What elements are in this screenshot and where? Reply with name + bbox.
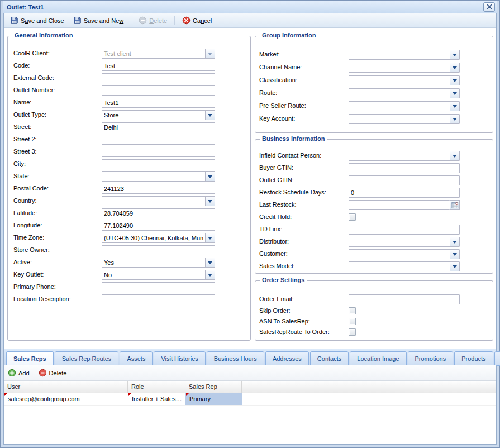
chevron-down-icon[interactable]: [450, 250, 459, 259]
field-row-postal-code: Postal Code:: [13, 184, 245, 194]
save-and-close-button[interactable]: Save and Close: [6, 15, 68, 26]
country-combo[interactable]: [102, 196, 215, 206]
form-area: General Information CoolR Client:Test cl…: [4, 28, 496, 349]
market-combo[interactable]: [349, 50, 460, 60]
skip-order-checkbox[interactable]: [349, 307, 356, 314]
street-input[interactable]: [102, 122, 215, 132]
code-input[interactable]: [102, 61, 215, 71]
column-header-sales-rep[interactable]: Sales Rep: [185, 381, 242, 393]
delete-button[interactable]: Delete: [135, 15, 171, 26]
asn-to-salesrep-checkbox[interactable]: [349, 318, 356, 325]
credit-hold-checkbox[interactable]: [349, 213, 356, 221]
tab-visit-histories[interactable]: Visit Histories: [154, 351, 205, 366]
grid-cell-role[interactable]: Installer + Sales…: [128, 393, 185, 405]
chevron-down-icon[interactable]: [450, 50, 459, 59]
label-part: dd: [22, 370, 29, 376]
chevron-down-icon[interactable]: [205, 49, 215, 58]
latitude-input[interactable]: [102, 208, 215, 218]
column-header-user[interactable]: User: [4, 381, 128, 393]
buyer-gtin-input[interactable]: [349, 163, 460, 173]
label-part: D: [49, 370, 54, 376]
outlet-gtin-input[interactable]: [349, 175, 460, 185]
outlet-type-combo[interactable]: Store: [102, 110, 215, 120]
pre-seller-route-combo[interactable]: [349, 101, 460, 111]
street-3-input[interactable]: [102, 147, 215, 157]
street-2-input[interactable]: [102, 135, 215, 145]
chevron-down-icon[interactable]: [450, 262, 459, 271]
time-zone-combo-value: (UTC+05:30) Chennai, Kolkata, Mun: [102, 233, 205, 242]
chevron-down-icon[interactable]: [205, 172, 215, 181]
restock-schedule-days-input[interactable]: [349, 188, 460, 198]
order-email-input[interactable]: [349, 294, 460, 304]
active-combo[interactable]: Yes: [102, 258, 215, 268]
chevron-down-icon[interactable]: [450, 237, 459, 246]
tab-sales-rep-routes[interactable]: Sales Rep Routes: [55, 351, 119, 366]
key-account-combo[interactable]: [349, 114, 460, 124]
grid-cell-user[interactable]: salesrep@coolrgroup.com: [4, 393, 128, 405]
key-outlet-combo[interactable]: No: [102, 270, 215, 280]
outlet-number-input[interactable]: [102, 85, 215, 96]
close-icon: [487, 4, 492, 9]
tab-contacts[interactable]: Contacts: [310, 351, 349, 366]
cancel-button[interactable]: Cancel: [178, 15, 216, 26]
dirty-marker: [186, 393, 189, 396]
chevron-down-icon[interactable]: [205, 270, 215, 279]
tab-addresses[interactable]: Addresses: [265, 351, 309, 366]
tab-products[interactable]: Products: [454, 351, 493, 366]
tab-location-image[interactable]: Location Image: [350, 351, 406, 366]
chevron-down-icon[interactable]: [205, 111, 215, 120]
chevron-down-icon[interactable]: [450, 151, 459, 160]
field-row-last-restock: Last Restock:: [259, 200, 489, 210]
grid-cell-sales-rep[interactable]: Primary: [185, 393, 242, 405]
external-code-input[interactable]: [102, 73, 215, 83]
coolr-client-combo[interactable]: Test client: [102, 49, 215, 59]
calendar-icon[interactable]: [450, 200, 460, 210]
time-zone-combo[interactable]: (UTC+05:30) Chennai, Kolkata, Mun: [102, 233, 215, 243]
td-linx-input[interactable]: [349, 225, 460, 235]
chevron-down-icon[interactable]: [205, 233, 215, 242]
table-row[interactable]: salesrep@coolrgroup.comInstaller + Sales…: [4, 393, 496, 406]
tab-promotions[interactable]: Promotions: [408, 351, 454, 366]
salesreproute-to-order-checkbox[interactable]: [349, 328, 356, 336]
chevron-down-icon[interactable]: [450, 102, 459, 111]
field-row-name: Name:: [13, 98, 245, 108]
tab-business-hours[interactable]: Business Hours: [207, 351, 264, 366]
distributor-combo[interactable]: [349, 237, 460, 247]
chevron-down-icon[interactable]: [450, 63, 459, 72]
field-row-longitude: Longitude:: [13, 221, 245, 231]
tab-images[interactable]: Images: [494, 351, 500, 366]
city-input[interactable]: [102, 159, 215, 169]
grid-delete-button[interactable]: Delete: [39, 369, 67, 377]
field-label-restock-schedule-days: Restock Schedule Days:: [259, 188, 349, 196]
sales-model-combo[interactable]: [349, 261, 460, 271]
tab-assets[interactable]: Assets: [120, 351, 153, 366]
customer-combo-value: [349, 250, 450, 259]
chevron-down-icon[interactable]: [205, 197, 215, 206]
close-button[interactable]: [483, 2, 495, 12]
add-button[interactable]: Add: [8, 369, 30, 377]
primary-phone-input[interactable]: [102, 282, 215, 292]
name-input[interactable]: [102, 98, 215, 108]
tab-sales-reps[interactable]: Sales Reps: [6, 351, 54, 366]
column-header-role[interactable]: Role: [128, 381, 185, 393]
state-combo[interactable]: [102, 171, 215, 182]
chevron-down-icon[interactable]: [450, 76, 459, 85]
classification-combo[interactable]: [349, 75, 460, 85]
location-description-textarea[interactable]: [102, 294, 215, 330]
field-label-outlet-type: Outlet Type:: [13, 110, 102, 118]
chevron-down-icon[interactable]: [450, 89, 459, 98]
save-and-new-button[interactable]: Save and New: [69, 15, 128, 26]
route-combo[interactable]: [349, 88, 460, 98]
outlet-window: Outlet: Test1 Save and Close Save and Ne…: [0, 0, 500, 448]
chevron-down-icon[interactable]: [450, 115, 459, 123]
infield-contact-person-combo[interactable]: [349, 151, 460, 161]
customer-combo[interactable]: [349, 249, 460, 259]
chevron-down-icon[interactable]: [205, 258, 215, 267]
field-row-credit-hold: Credit Hold:: [259, 212, 489, 222]
store-owner-input[interactable]: [102, 245, 215, 255]
channel-name-combo[interactable]: [349, 63, 460, 73]
longitude-input[interactable]: [102, 221, 215, 231]
last-restock-input[interactable]: [349, 200, 450, 210]
field-label-key-account: Key Account:: [259, 114, 349, 122]
postal-code-input[interactable]: [102, 184, 215, 194]
